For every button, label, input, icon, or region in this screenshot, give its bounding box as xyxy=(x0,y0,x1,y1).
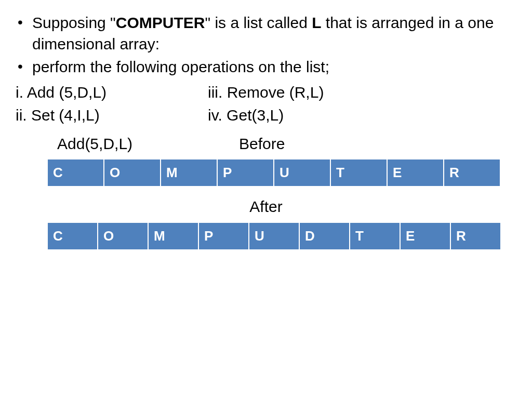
ops-col-right: iii. Remove (R,L) iv. Get(3,L) xyxy=(208,82,522,128)
array-cell: P xyxy=(217,159,274,187)
array-cell: M xyxy=(148,222,198,250)
array-cell: C xyxy=(47,222,98,250)
array-cell: O xyxy=(98,222,148,250)
operations-block: i. Add (5,D,L) ii. Set (4,I,L) iii. Remo… xyxy=(10,82,522,128)
text: " is a list called xyxy=(205,14,312,31)
bullet-list: Supposing "COMPUTER" is a list called L … xyxy=(10,12,522,78)
array-cell: E xyxy=(400,222,450,250)
array-cell: R xyxy=(450,222,501,250)
array-cell: P xyxy=(198,222,249,250)
array-cell: U xyxy=(274,159,330,187)
op-line: i. Add (5,D,L) xyxy=(16,82,208,103)
table-row: C O M P U T E R xyxy=(47,159,500,187)
array-before: C O M P U T E R xyxy=(47,158,501,187)
text: Supposing " xyxy=(32,14,116,31)
array-cell: T xyxy=(330,159,387,187)
example-header: Add(5,D,L) Before xyxy=(10,134,522,155)
text: perform the following operations on the … xyxy=(32,58,329,75)
array-cell: D xyxy=(299,222,350,250)
op-line: iv. Get(3,L) xyxy=(208,105,522,126)
array-cell: M xyxy=(161,159,217,187)
text-bold: L xyxy=(312,14,321,31)
bullet-item: Supposing "COMPUTER" is a list called L … xyxy=(10,12,522,55)
array-cell: U xyxy=(249,222,299,250)
text-bold: COMPUTER xyxy=(116,14,205,31)
ops-col-left: i. Add (5,D,L) ii. Set (4,I,L) xyxy=(10,82,208,128)
op-line: iii. Remove (R,L) xyxy=(208,82,522,103)
before-label: Before xyxy=(208,134,522,155)
array-cell: C xyxy=(47,159,104,187)
table-row: C O M P U D T E R xyxy=(47,222,501,250)
example-operation: Add(5,D,L) xyxy=(10,134,208,155)
op-line: ii. Set (4,I,L) xyxy=(16,105,208,126)
array-cell: O xyxy=(104,159,161,187)
array-cell: R xyxy=(444,159,500,187)
array-after: C O M P U D T E R xyxy=(47,222,501,250)
bullet-item: perform the following operations on the … xyxy=(10,57,522,78)
array-cell: E xyxy=(387,159,444,187)
array-cell: T xyxy=(350,222,400,250)
after-label: After xyxy=(10,196,522,218)
